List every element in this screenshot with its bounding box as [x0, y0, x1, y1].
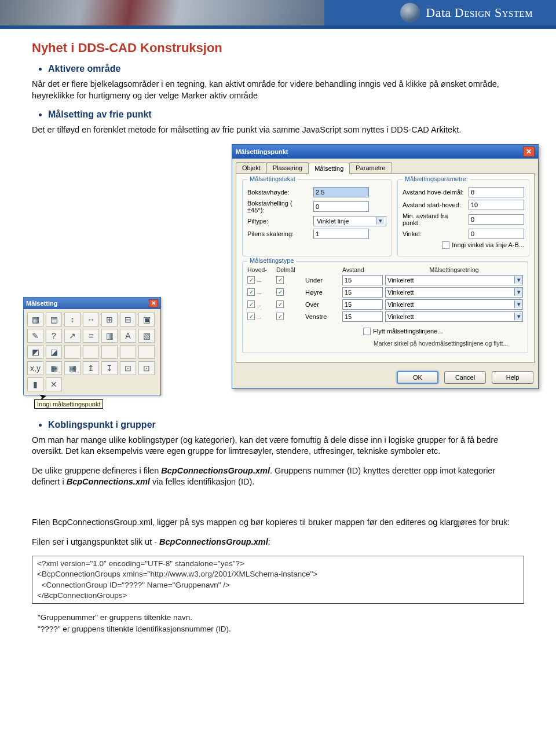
- tab-plassering[interactable]: Plassering: [266, 162, 309, 173]
- chevron-down-icon: ▾: [376, 217, 384, 225]
- palette-tool[interactable]: ↥: [83, 361, 99, 375]
- combo-piltype[interactable]: Vinklet linje ▾: [313, 216, 386, 226]
- brand-logo-text: Data Design System: [426, 5, 533, 20]
- footnotes: "Gruppenummer" er gruppens tiltenkte nav…: [38, 612, 524, 636]
- para-aktivere: Når det er flere bjelkelagsområder i en …: [32, 79, 524, 101]
- col-avstand: Avstand: [342, 266, 383, 273]
- palette-close-button[interactable]: ✕: [149, 299, 158, 307]
- footnote-2: "????" er gruppens tiltenkte identifikas…: [38, 623, 524, 635]
- palette-tool[interactable]: ▣: [138, 313, 155, 326]
- checkbox-hoved[interactable]: ✓: [247, 313, 255, 320]
- brand-logo: Data Design System: [400, 3, 533, 23]
- field-label: Piltype:: [247, 218, 310, 225]
- footnote-1: "Gruppenummer" er gruppens tiltenkte nav…: [38, 612, 524, 623]
- palette-tool[interactable]: ↧: [101, 361, 118, 375]
- row-label: Under: [305, 277, 340, 284]
- field-label: Vinkel:: [403, 230, 465, 237]
- palette-tool[interactable]: A: [120, 329, 136, 343]
- combo-retning[interactable]: Vinkelrett▾: [385, 299, 523, 310]
- palette-tool[interactable]: ≡: [83, 329, 99, 343]
- dialog-titlebar[interactable]: Målsettingspunkt ✕: [232, 145, 538, 159]
- palette-tool[interactable]: ⊡: [138, 361, 155, 375]
- col-dir: [305, 266, 340, 273]
- palette-tool[interactable]: ↕: [64, 313, 81, 326]
- input-bokstavhelling[interactable]: [313, 201, 369, 212]
- palette-tool[interactable]: x,y: [27, 361, 43, 375]
- chevron-down-icon: ▾: [514, 288, 522, 296]
- checkbox-del[interactable]: ✓: [276, 300, 284, 308]
- palette-tool[interactable]: [120, 345, 136, 359]
- toolbar-palette: Målsetting ✕ ▦ ▤ ↕ ↔ ⊞ ⊟ ▣ ✎ ? ↗ ≡ ▥ A ▧…: [23, 297, 161, 395]
- palette-tool[interactable]: [83, 345, 99, 359]
- input-bokstavhoyde[interactable]: [313, 187, 369, 197]
- tab-malsetting[interactable]: Målsetting: [308, 163, 350, 174]
- brand-logo-icon: [400, 3, 420, 23]
- palette-tool[interactable]: ✕: [46, 377, 62, 391]
- checkbox-hoved[interactable]: ✓: [247, 288, 255, 296]
- input-avstand[interactable]: [342, 311, 383, 322]
- palette-tool[interactable]: ▦: [27, 313, 43, 326]
- input-avstand[interactable]: [342, 299, 383, 310]
- palette-tool[interactable]: [138, 345, 155, 359]
- palette-tool-active[interactable]: ▮: [27, 377, 43, 391]
- group-malsettingstekst: Målsettingstekst Bokstavhøyde: Bokstavhe…: [242, 179, 392, 256]
- checkbox-inngi-vinkel[interactable]: Inngi vinkel via linje A-B...: [442, 241, 524, 249]
- illustration-area: Målsetting ✕ ▦ ▤ ↕ ↔ ⊞ ⊟ ▣ ✎ ? ↗ ≡ ▥ A ▧…: [32, 144, 524, 410]
- para-file-location: Filen BcpConnectionsGroup.xml, ligger på…: [32, 517, 524, 529]
- palette-tool[interactable]: ▤: [46, 313, 62, 326]
- para-kobling-2: De ulike gruppene defineres i filen BcpC…: [32, 465, 524, 488]
- tab-objekt[interactable]: Objekt: [236, 162, 267, 173]
- checkbox-del[interactable]: ✓: [276, 276, 284, 284]
- checkbox-hoved[interactable]: ✓: [247, 300, 255, 308]
- dialog-close-button[interactable]: ✕: [523, 146, 535, 157]
- input-pilskalering[interactable]: [313, 229, 369, 239]
- palette-tool[interactable]: ✎: [27, 329, 43, 343]
- document-body: Nyhet i DDS-CAD Konstruksjon Aktivere om…: [0, 29, 556, 652]
- palette-tool[interactable]: ▥: [101, 329, 118, 343]
- input-avstand[interactable]: [342, 287, 383, 298]
- ok-button[interactable]: OK: [397, 371, 438, 384]
- input-avstand-hoved[interactable]: [469, 187, 524, 197]
- palette-tool[interactable]: ⊡: [120, 361, 136, 375]
- checkbox-label: Inngi vinkel via linje A-B...: [452, 241, 524, 248]
- palette-tool[interactable]: ?: [46, 329, 62, 343]
- palette-tool[interactable]: ⊟: [120, 313, 136, 326]
- palette-tool[interactable]: ⊞: [101, 313, 118, 326]
- cancel-button[interactable]: Cancel: [444, 371, 486, 384]
- group-malsettingstype: Målsettingstype Hoved- Delmål Avstand Må…: [242, 261, 528, 353]
- palette-tooltip: Inngi målsettingspunkt: [34, 399, 103, 409]
- close-icon: ✕: [151, 300, 156, 306]
- palette-tool[interactable]: ▦: [64, 361, 81, 375]
- close-icon: ✕: [526, 148, 532, 156]
- checkbox-icon: [363, 328, 371, 335]
- palette-titlebar[interactable]: Målsetting ✕: [24, 298, 160, 309]
- input-avstand[interactable]: [342, 275, 383, 285]
- checkbox-del[interactable]: ✓: [276, 313, 284, 320]
- tab-parametre[interactable]: Parametre: [349, 162, 392, 173]
- palette-tool[interactable]: ↗: [64, 329, 81, 343]
- checkbox-del[interactable]: ✓: [276, 288, 284, 296]
- help-button[interactable]: Help: [492, 371, 533, 384]
- combo-retning[interactable]: Vinkelrett▾: [385, 275, 523, 285]
- type-row: ✓... ✓ Venstre Vinkelrett▾: [247, 311, 523, 322]
- palette-tool[interactable]: ◩: [27, 345, 43, 359]
- palette-tool[interactable]: ▧: [138, 329, 155, 343]
- combo-retning[interactable]: Vinkelrett▾: [385, 287, 523, 298]
- palette-tool[interactable]: ▦: [46, 361, 62, 375]
- input-avstand-start[interactable]: [469, 200, 524, 210]
- checkbox-icon: [442, 241, 449, 249]
- col-delmal: Delmål: [276, 266, 303, 273]
- dialog-title: Målsettingspunkt: [236, 148, 288, 155]
- input-min-avstand[interactable]: [469, 214, 524, 225]
- combo-retning[interactable]: Vinkelrett▾: [385, 311, 523, 322]
- checkbox-hoved[interactable]: ✓: [247, 276, 255, 284]
- page-title: Nyhet i DDS-CAD Konstruksjon: [32, 41, 524, 56]
- palette-tool[interactable]: [64, 345, 81, 359]
- input-vinkel[interactable]: [469, 229, 524, 239]
- palette-tool[interactable]: ◪: [46, 345, 62, 359]
- palette-tool[interactable]: ↔: [83, 313, 99, 326]
- field-label: Avstand hove-delmål:: [403, 189, 465, 196]
- palette-tool[interactable]: [101, 345, 118, 359]
- checkbox-flytt[interactable]: Flytt målsettingslinjene...: [363, 328, 442, 335]
- para-kobling-1: Om man har mange ulike koblingstyper (og…: [32, 435, 524, 457]
